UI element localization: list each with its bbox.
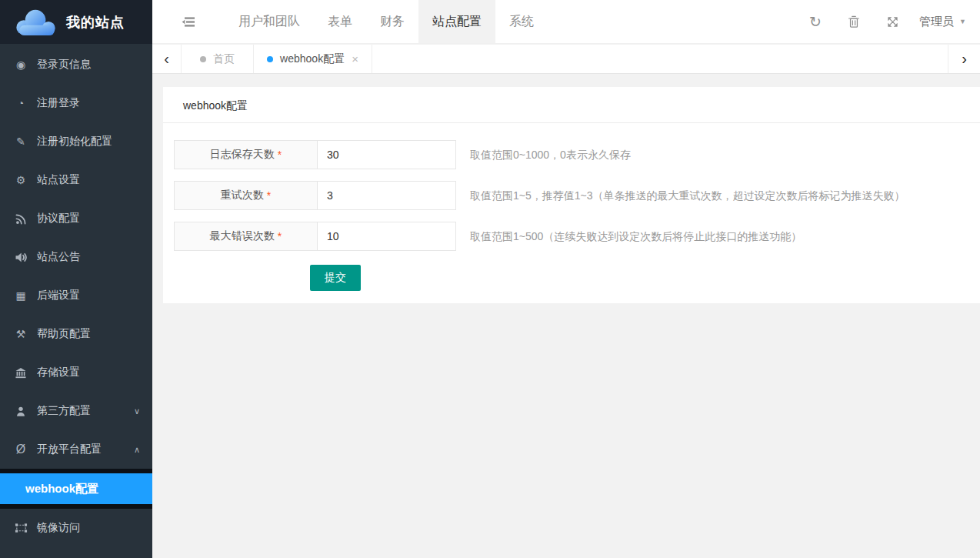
label-text: 重试次数 (221, 189, 264, 202)
sidebar-item-label: 第三方配置 (37, 404, 91, 418)
field-label: 重试次数 * (174, 181, 317, 210)
sidebar-menu: ◉ 登录页信息 ◔ 注册登录 ✎ 注册初始化配置 ⚙ 站点设置 协议配置 (0, 44, 152, 547)
nav-item-forms[interactable]: 表单 (314, 0, 366, 43)
nav-item-finance[interactable]: 财务 (366, 0, 418, 43)
user-name: 管理员 (919, 15, 954, 29)
user-menu[interactable]: 管理员 ▼ (912, 0, 980, 43)
caret-down-icon: ▼ (959, 18, 966, 25)
sidebar-item-protocol-config[interactable]: 协议配置 (0, 199, 152, 238)
sidebar-item-label: 后端设置 (37, 289, 80, 302)
sidebar-item-label: 注册登录 (37, 96, 80, 110)
submit-button[interactable]: 提交 (310, 265, 361, 291)
sidebar-item-mirror-access[interactable]: 镜像访问 (0, 509, 152, 547)
tabbar-spacer (372, 45, 948, 73)
tab-bar: ‹ 首页 webhook配置 × › (152, 45, 980, 74)
sidebar-item-login-page-info[interactable]: ◉ 登录页信息 (0, 45, 152, 84)
menu-fold-icon[interactable] (152, 0, 225, 43)
sidebar-item-third-party-config[interactable]: 第三方配置 ∨ (0, 392, 152, 430)
sidebar-item-help-page-config[interactable]: ⚒ 帮助页配置 (0, 315, 152, 353)
tab-home[interactable]: 首页 (182, 45, 254, 73)
field-label: 最大错误次数 * (174, 222, 317, 251)
tab-webhook-config[interactable]: webhook配置 × (254, 45, 372, 73)
form-row-retry-count: 重试次数 * 取值范围1~5，推荐值1~3（单条推送的最大重试次数，超过设定次数… (174, 181, 980, 210)
sidebar-item-label: 存储设置 (37, 366, 80, 379)
tab-label: webhook配置 (280, 52, 345, 66)
sidebar-item-backend-settings[interactable]: ▦ 后端设置 (0, 276, 152, 315)
required-mark: * (267, 189, 271, 202)
submit-row: 提交 (310, 265, 980, 291)
sidebar: 我的站点 ◉ 登录页信息 ◔ 注册登录 ✎ 注册初始化配置 ⚙ 站点设置 (0, 0, 152, 558)
speaker-icon (14, 252, 28, 263)
label-text: 最大错误次数 (210, 229, 275, 243)
tab-label: 首页 (213, 52, 235, 66)
retry-count-input[interactable] (318, 182, 455, 209)
pen-icon: ✎ (14, 135, 28, 148)
sidebar-item-label: 注册初始化配置 (37, 135, 112, 149)
tabs-scroll-right-icon[interactable]: › (948, 45, 980, 73)
sidebar-item-site-announcement[interactable]: 站点公告 (0, 238, 152, 276)
sidebar-item-register-init-config[interactable]: ✎ 注册初始化配置 (0, 122, 152, 161)
input-wrapper (317, 181, 456, 210)
label-text: 日志保存天数 (210, 148, 275, 162)
sidebar-item-label: 开放平台配置 (37, 443, 102, 456)
top-header: 用户和团队 表单 财务 站点配置 系统 ↻ 管理员 ▼ (152, 0, 980, 44)
chevron-down-icon: ∨ (134, 406, 140, 416)
sidebar-item-site-settings[interactable]: ⚙ 站点设置 (0, 161, 152, 199)
form-row-log-retention-days: 日志保存天数 * 取值范围0~1000，0表示永久保存 (174, 140, 980, 169)
webhook-config-form: 日志保存天数 * 取值范围0~1000，0表示永久保存 重试次数 * 取值范围1… (163, 123, 980, 291)
tabs-scroll-left-icon[interactable]: ‹ (152, 45, 182, 73)
max-error-count-input[interactable] (318, 222, 455, 250)
gear-icon: ⚙ (14, 174, 28, 186)
fullscreen-icon[interactable] (884, 0, 901, 43)
webhook-config-card: webhook配置 日志保存天数 * 取值范围0~1000，0表示永久保存 重试… (163, 87, 980, 303)
user-icon (14, 406, 28, 417)
sidebar-subitem-label: webhook配置 (25, 482, 98, 496)
input-wrapper (317, 140, 456, 169)
site-title: 我的站点 (66, 13, 125, 32)
dashboard-icon: ◔ (14, 97, 28, 109)
bank-icon (14, 367, 28, 379)
circle-slash-icon: Ø (14, 443, 28, 456)
tab-dot-gray (200, 56, 206, 62)
sidebar-item-label: 镜像访问 (37, 521, 80, 535)
wrench-icon: ⚒ (14, 328, 28, 340)
rss-icon (14, 213, 28, 225)
required-mark: * (278, 149, 282, 161)
sidebar-item-label: 帮助页配置 (37, 327, 91, 341)
log-retention-days-input[interactable] (318, 141, 455, 169)
nav-item-system[interactable]: 系统 (495, 0, 548, 43)
sidebar-item-label: 站点设置 (37, 173, 80, 187)
main-content: webhook配置 日志保存天数 * 取值范围0~1000，0表示永久保存 重试… (152, 74, 980, 558)
input-wrapper (317, 222, 456, 251)
form-row-max-error-count: 最大错误次数 * 取值范围1~500（连续失败达到设定次数后将停止此接口的推送功… (174, 222, 980, 251)
football-icon: ◉ (14, 58, 28, 71)
refresh-icon[interactable]: ↻ (807, 0, 824, 43)
sidebar-item-storage-settings[interactable]: 存储设置 (0, 353, 152, 392)
field-hint: 取值范围1~5，推荐值1~3（单条推送的最大重试次数，超过设定次数后将标记为推送… (470, 181, 905, 210)
nav-item-users-teams[interactable]: 用户和团队 (225, 0, 314, 43)
required-mark: * (278, 230, 282, 242)
sidebar-item-register-login[interactable]: ◔ 注册登录 (0, 84, 152, 122)
field-hint: 取值范围1~500（连续失败达到设定次数后将停止此接口的推送功能） (470, 222, 802, 251)
sidebar-item-label: 站点公告 (37, 250, 80, 264)
object-group-icon (14, 523, 28, 533)
sidebar-item-label: 登录页信息 (37, 58, 91, 72)
sidebar-item-open-platform-config[interactable]: Ø 开放平台配置 ∧ (0, 430, 152, 469)
tab-dot-blue (267, 56, 273, 62)
field-hint: 取值范围0~1000，0表示永久保存 (470, 140, 631, 169)
header-spacer (548, 0, 796, 43)
sidebar-subitem-webhook-config[interactable]: webhook配置 (0, 473, 152, 504)
field-label: 日志保存天数 * (174, 140, 317, 169)
grid-icon: ▦ (14, 289, 28, 302)
nav-item-site-config[interactable]: 站点配置 (418, 0, 495, 43)
open-platform-submenu: webhook配置 (0, 469, 152, 509)
sidebar-item-label: 协议配置 (37, 212, 80, 226)
trash-icon[interactable] (845, 0, 862, 43)
card-title: webhook配置 (163, 87, 980, 123)
close-icon[interactable]: × (352, 52, 358, 65)
cloud-icon (12, 8, 60, 37)
chevron-up-icon: ∧ (134, 445, 140, 455)
logo-bar: 我的站点 (0, 0, 152, 44)
